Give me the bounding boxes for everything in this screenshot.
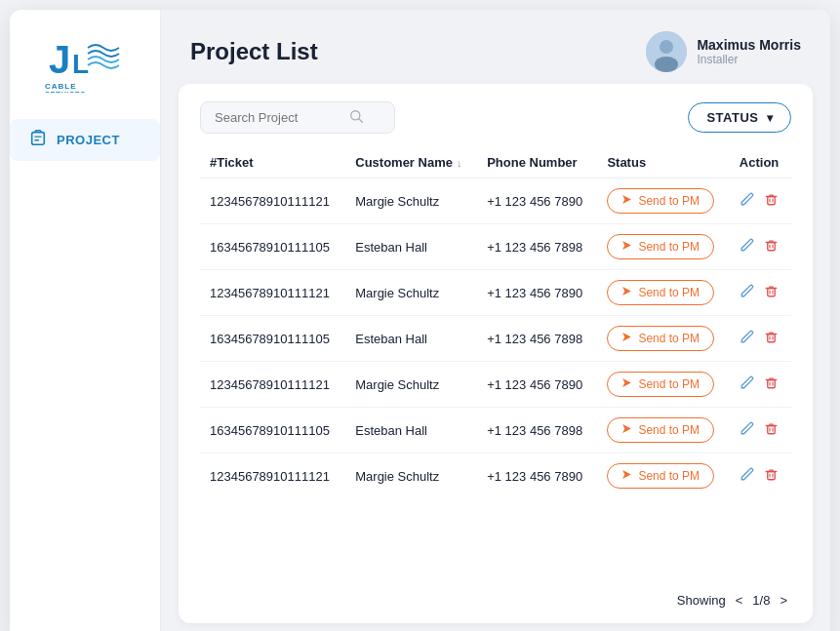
cell-phone: +1 123 456 7890 bbox=[477, 454, 597, 499]
search-box[interactable] bbox=[200, 101, 395, 134]
delete-icon[interactable] bbox=[764, 467, 779, 485]
col-customer-name[interactable]: Customer Name ↓ bbox=[345, 147, 477, 178]
cell-customer: Margie Schultz bbox=[345, 362, 477, 408]
edit-icon[interactable] bbox=[740, 421, 754, 439]
cell-customer: Margie Schultz bbox=[345, 270, 477, 316]
main-content: Project List Maximus Morris Installer bbox=[161, 10, 830, 631]
table-row: 12345678910111121 Margie Schultz +1 123 … bbox=[200, 362, 791, 408]
table-row: 16345678910111105 Esteban Hall +1 123 45… bbox=[200, 316, 791, 362]
send-label: Send to PM bbox=[638, 332, 700, 345]
page-title: Project List bbox=[190, 38, 318, 65]
search-input[interactable] bbox=[215, 110, 341, 125]
col-action: Action bbox=[730, 147, 791, 178]
send-icon bbox=[621, 469, 632, 483]
avatar bbox=[646, 31, 687, 72]
svg-rect-37 bbox=[768, 472, 776, 480]
send-to-pm-button[interactable]: Send to PM bbox=[607, 280, 714, 305]
user-role: Installer bbox=[697, 53, 801, 66]
inner-panel: STATUS ▾ #Ticket Customer Name bbox=[179, 84, 813, 623]
send-label: Send to PM bbox=[638, 240, 700, 254]
delete-icon[interactable] bbox=[764, 192, 779, 210]
user-text: Maximus Morris Installer bbox=[697, 37, 801, 66]
prev-page-button[interactable]: < bbox=[732, 591, 747, 610]
edit-icon[interactable] bbox=[740, 375, 754, 393]
search-icon bbox=[349, 109, 363, 126]
action-icons bbox=[740, 375, 781, 393]
action-icons bbox=[740, 238, 781, 256]
table-row: 16345678910111105 Esteban Hall +1 123 45… bbox=[200, 224, 791, 270]
delete-icon[interactable] bbox=[764, 421, 779, 439]
next-page-button[interactable]: > bbox=[776, 591, 791, 610]
svg-rect-13 bbox=[768, 197, 776, 205]
svg-marker-20 bbox=[622, 287, 631, 296]
delete-icon[interactable] bbox=[764, 375, 779, 393]
cell-phone: +1 123 456 7898 bbox=[477, 316, 597, 362]
showing-label: Showing bbox=[677, 593, 726, 608]
svg-text:L: L bbox=[72, 49, 89, 79]
cell-ticket: 12345678910111121 bbox=[200, 270, 345, 316]
table-row: 16345678910111105 Esteban Hall +1 123 45… bbox=[200, 408, 791, 454]
svg-marker-24 bbox=[622, 333, 631, 341]
table-body: 12345678910111121 Margie Schultz +1 123 … bbox=[200, 178, 791, 499]
send-label: Send to PM bbox=[638, 423, 700, 437]
svg-marker-28 bbox=[622, 378, 631, 387]
cell-status: Send to PM bbox=[597, 362, 729, 408]
cell-action bbox=[730, 224, 791, 270]
cell-customer: Margie Schultz bbox=[345, 178, 477, 224]
sidebar-item-label: PROJECT bbox=[57, 133, 120, 147]
svg-text:SERVICES: SERVICES bbox=[45, 90, 86, 93]
action-icons bbox=[740, 192, 781, 210]
user-info: Maximus Morris Installer bbox=[646, 31, 801, 72]
col-phone: Phone Number bbox=[477, 147, 597, 178]
sidebar-item-project[interactable]: PROJECT bbox=[10, 119, 160, 161]
edit-icon[interactable] bbox=[740, 330, 754, 347]
status-filter-button[interactable]: STATUS ▾ bbox=[688, 102, 791, 133]
cell-status: Send to PM bbox=[597, 316, 729, 362]
toolbar: STATUS ▾ bbox=[200, 101, 791, 134]
col-ticket: #Ticket bbox=[200, 147, 345, 178]
edit-icon[interactable] bbox=[740, 192, 754, 210]
send-to-pm-button[interactable]: Send to PM bbox=[607, 372, 714, 397]
cell-phone: +1 123 456 7890 bbox=[477, 178, 597, 224]
send-to-pm-button[interactable]: Send to PM bbox=[607, 463, 714, 489]
chevron-down-icon: ▾ bbox=[767, 111, 774, 125]
svg-rect-29 bbox=[768, 380, 776, 388]
table-row: 12345678910111121 Margie Schultz +1 123 … bbox=[200, 270, 791, 316]
action-icons bbox=[740, 330, 781, 347]
cell-customer: Margie Schultz bbox=[345, 454, 477, 499]
cell-customer: Esteban Hall bbox=[345, 224, 477, 270]
delete-icon[interactable] bbox=[764, 284, 779, 301]
edit-icon[interactable] bbox=[740, 284, 754, 301]
send-icon bbox=[621, 423, 632, 437]
svg-marker-32 bbox=[622, 424, 631, 433]
delete-icon[interactable] bbox=[764, 238, 779, 256]
send-to-pm-button[interactable]: Send to PM bbox=[607, 326, 714, 351]
pagination: Showing < 1/8 > bbox=[200, 591, 791, 610]
send-label: Send to PM bbox=[638, 194, 700, 208]
delete-icon[interactable] bbox=[764, 330, 779, 347]
edit-icon[interactable] bbox=[740, 238, 754, 256]
status-label: STATUS bbox=[706, 110, 758, 125]
cell-ticket: 16345678910111105 bbox=[200, 408, 345, 454]
send-to-pm-button[interactable]: Send to PM bbox=[607, 188, 714, 214]
cell-ticket: 16345678910111105 bbox=[200, 316, 345, 362]
svg-rect-25 bbox=[768, 335, 776, 342]
svg-point-9 bbox=[655, 57, 678, 72]
cell-action bbox=[730, 316, 791, 362]
send-to-pm-button[interactable]: Send to PM bbox=[607, 417, 714, 443]
user-name: Maximus Morris bbox=[697, 37, 801, 53]
svg-rect-33 bbox=[768, 426, 776, 434]
send-to-pm-button[interactable]: Send to PM bbox=[607, 234, 714, 259]
cell-phone: +1 123 456 7898 bbox=[477, 408, 597, 454]
table-header: #Ticket Customer Name ↓ Phone Number bbox=[200, 147, 791, 178]
send-icon bbox=[621, 332, 632, 345]
svg-text:J: J bbox=[49, 38, 70, 81]
sidebar-nav: PROJECT bbox=[10, 119, 160, 161]
cell-ticket: 12345678910111121 bbox=[200, 178, 345, 224]
cell-action bbox=[730, 362, 791, 408]
page-number: 1/8 bbox=[752, 593, 770, 608]
edit-icon[interactable] bbox=[740, 467, 754, 485]
svg-rect-21 bbox=[768, 289, 776, 296]
svg-marker-36 bbox=[622, 470, 631, 479]
cell-ticket: 12345678910111121 bbox=[200, 362, 345, 408]
